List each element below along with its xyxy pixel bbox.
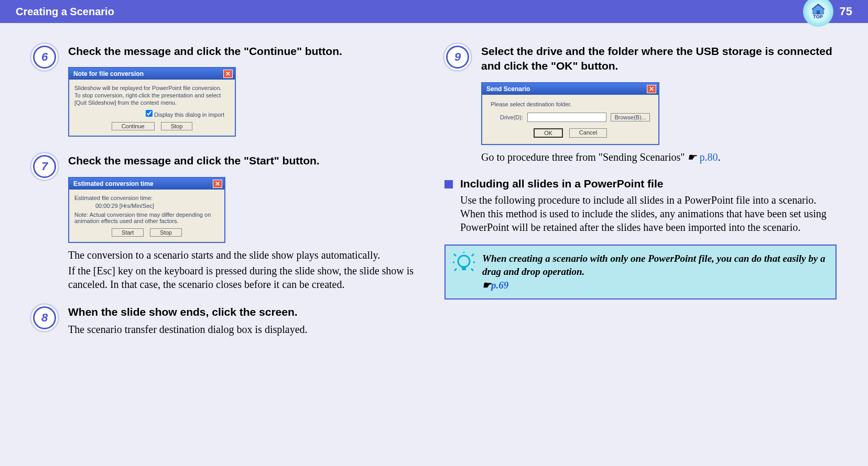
drive-label: Drive(D): xyxy=(500,114,523,120)
svg-rect-0 xyxy=(817,10,820,14)
top-label: TOP xyxy=(813,14,822,19)
dialog1-checkbox-row: Display this dialog in import xyxy=(74,110,230,118)
close-icon[interactable]: ✕ xyxy=(223,70,233,78)
step-7-text1: The conversion to a scenario starts and … xyxy=(68,248,424,262)
step-8: 8 When the slide show ends, click the sc… xyxy=(31,305,424,336)
dialog1-line3: [Quit Slideshow] from the context menu. xyxy=(74,99,230,106)
hand-icon: ☛ xyxy=(482,280,491,291)
tip-box: When creating a scenario with only one P… xyxy=(444,245,837,299)
step-9-title: Select the drive and the folder where th… xyxy=(481,44,837,74)
step-num-badge: 7 xyxy=(31,153,58,180)
step-num-badge: 6 xyxy=(31,44,58,70)
dialog1-title: Note for file conversion xyxy=(73,70,144,77)
stop-button[interactable]: Stop xyxy=(150,228,182,237)
step-6-title: Check the message and click the "Continu… xyxy=(68,44,424,59)
continue-button[interactable]: Continue xyxy=(112,122,155,130)
stop-button[interactable]: Stop xyxy=(161,122,193,130)
dialog1-line1: Slideshow will be replayed for PowerPoin… xyxy=(74,85,230,91)
svg-line-5 xyxy=(472,254,474,256)
subsection-header: Including all slides in a PowerPoint fil… xyxy=(444,177,837,190)
bullet-box-icon xyxy=(444,180,453,188)
subsection-text: Use the following procedure to include a… xyxy=(460,193,837,234)
subsection-title: Including all slides in a PowerPoint fil… xyxy=(460,177,663,190)
step-7-title: Check the message and click the "Start" … xyxy=(68,153,424,168)
right-column: 9 Select the drive and the folder where … xyxy=(444,44,837,336)
drive-input[interactable] xyxy=(527,113,606,122)
dialog3-title: Send Scenario xyxy=(486,85,530,93)
step-9-note: Go to procedure three from "Sending Scen… xyxy=(481,150,837,164)
page-header: Creating a Scenario TOP 75 xyxy=(0,0,868,23)
left-column: 6 Check the message and click the "Conti… xyxy=(31,44,424,336)
step-9: 9 Select the drive and the folder where … xyxy=(444,44,837,164)
cancel-button[interactable]: Cancel xyxy=(569,128,607,138)
display-dialog-checkbox[interactable] xyxy=(146,110,153,117)
dialog2-time: 00:00:29 [Hrs/Min/Sec] xyxy=(74,203,219,209)
step-7: 7 Check the message and click the "Start… xyxy=(31,153,424,291)
browse-button[interactable]: Browse(B)... xyxy=(611,113,650,121)
dialog2-title: Estimated conversion time xyxy=(73,180,154,187)
step-7-text2: If the [Esc] key on the keyboard is pres… xyxy=(68,264,424,291)
house-icon xyxy=(811,4,826,15)
page-number: 75 xyxy=(840,5,852,18)
dialog-est-time: Estimated conversion time ✕ Estimated fi… xyxy=(68,177,225,243)
svg-point-1 xyxy=(458,256,470,267)
step-8-text: The scenario transfer destination dialog… xyxy=(68,323,424,336)
step-num-badge: 8 xyxy=(31,305,58,331)
svg-line-9 xyxy=(471,269,473,271)
header-right: TOP 75 xyxy=(803,1,852,23)
lightbulb-icon xyxy=(453,252,475,292)
start-button[interactable]: Start xyxy=(112,228,144,237)
link-p80[interactable]: p.80 xyxy=(699,151,718,163)
dialog2-line2: Note: Actual conversion time may differ … xyxy=(74,212,219,224)
tip-text: When creating a scenario with only one P… xyxy=(482,252,826,292)
ok-button[interactable]: OK xyxy=(534,128,563,138)
close-icon[interactable]: ✕ xyxy=(647,85,656,93)
dialog3-line1: Please select destination folder. xyxy=(491,101,650,107)
dialog1-line2: To stop conversion, right-click the pres… xyxy=(74,92,230,98)
link-p69[interactable]: p.69 xyxy=(491,280,508,291)
svg-line-8 xyxy=(454,269,457,271)
hand-icon: ☛ xyxy=(687,151,697,163)
svg-rect-2 xyxy=(462,266,466,270)
step-num-badge: 9 xyxy=(444,44,471,70)
dialog-send-scenario: Send Scenario ✕ Please select destinatio… xyxy=(481,82,659,145)
page-title: Creating a Scenario xyxy=(16,6,114,18)
step-8-title: When the slide show ends, click the scre… xyxy=(68,305,424,319)
svg-line-4 xyxy=(454,254,456,256)
close-icon[interactable]: ✕ xyxy=(213,180,222,188)
dialog-note-conversion: Note for file conversion ✕ Slideshow wil… xyxy=(68,67,236,137)
step-6: 6 Check the message and click the "Conti… xyxy=(31,44,424,140)
dialog1-check-label: Display this dialog in import xyxy=(154,112,224,118)
dialog2-line1: Estimated file conversion time: xyxy=(74,195,219,201)
content: 6 Check the message and click the "Conti… xyxy=(0,23,868,341)
